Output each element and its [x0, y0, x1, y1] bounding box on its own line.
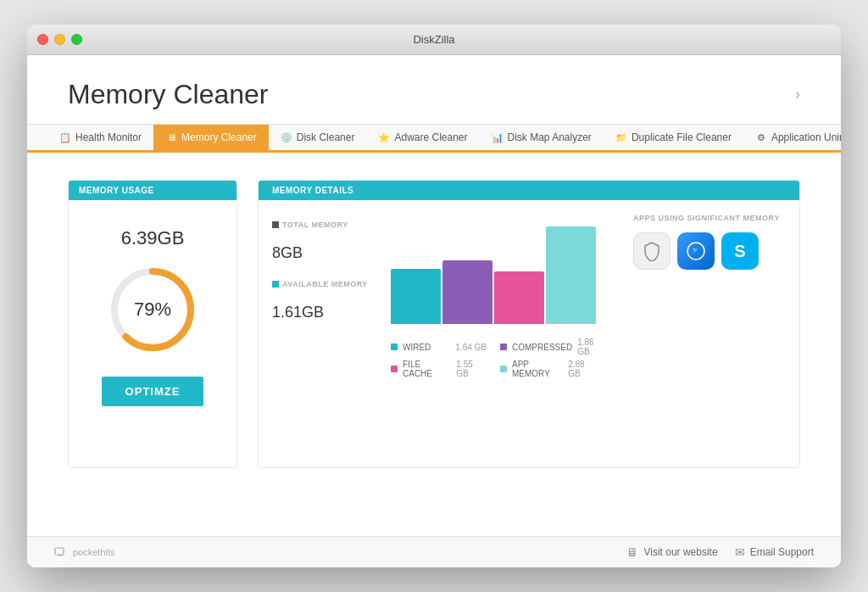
- skype-letter: S: [734, 242, 745, 261]
- legend-appmem: APP MEMORY 2.88 GB: [500, 360, 596, 378]
- available-memory-label: AVAILABLE MEMORY: [272, 280, 374, 288]
- uninstaller-icon: ⚙: [755, 131, 767, 143]
- adware-cleaner-icon: ⭐: [378, 131, 390, 143]
- brand-icon: [54, 546, 66, 558]
- tab-duplicate[interactable]: 📁 Duplicate File Cleaner: [604, 125, 743, 153]
- tab-health-label: Health Monitor: [75, 131, 142, 143]
- app-icon-skype: S: [721, 232, 759, 270]
- total-memory-label: TOTAL MEMORY: [272, 221, 374, 229]
- total-dot: [272, 221, 279, 228]
- tab-adware-cleaner[interactable]: ⭐ Adware Cleaner: [366, 125, 479, 153]
- close-button[interactable]: [37, 34, 48, 45]
- memory-usage-card: MEMORY USAGE 6.39GB 79% OPTIMZE: [68, 180, 237, 468]
- optimize-button[interactable]: OPTIMZE: [102, 377, 204, 406]
- app-window: DiskZilla Memory Cleaner › 📋 Health Moni…: [27, 25, 841, 567]
- app-icon-safari: [677, 232, 715, 270]
- email-support-link[interactable]: ✉ Email Support: [735, 545, 814, 559]
- footer-brand: pockethits: [54, 546, 115, 558]
- tab-memory-cleaner[interactable]: 🖥 Memory Cleaner: [153, 125, 269, 153]
- tab-health-monitor[interactable]: 📋 Health Monitor: [47, 125, 153, 153]
- disk-cleaner-icon: 💿: [281, 131, 292, 143]
- legend: WIRED 1.64 GB COMPRESSED 1.86 GB FILE CA…: [391, 338, 596, 378]
- tabs-bar: 📋 Health Monitor 🖥 Memory Cleaner 💿 Disk…: [27, 124, 841, 153]
- tab-disk-cleaner[interactable]: 💿 Disk Cleaner: [269, 125, 367, 153]
- footer-links: 🖥 Visit our website ✉ Email Support: [626, 545, 814, 559]
- available-memory-value: 1.61GB: [272, 292, 374, 322]
- health-monitor-icon: 📋: [59, 131, 71, 143]
- app-icon-shield: [633, 232, 670, 270]
- brand-name: pockethits: [73, 547, 115, 557]
- compass-svg: [686, 241, 706, 261]
- bar-appmem: [546, 226, 596, 324]
- titlebar: DiskZilla: [27, 25, 841, 55]
- email-label: Email Support: [750, 546, 814, 558]
- page-header: Memory Cleaner ›: [27, 55, 841, 124]
- bar-compressed: [442, 260, 492, 324]
- compressed-dot: [500, 343, 507, 350]
- tab-disk-map[interactable]: 📊 Disk Map Analyzer: [480, 125, 604, 153]
- visit-label: Visit our website: [643, 546, 717, 558]
- visit-website-link[interactable]: 🖥 Visit our website: [626, 545, 717, 559]
- details-body: TOTAL MEMORY 8GB AVAILABLE MEMORY: [259, 200, 799, 467]
- svg-marker-4: [693, 248, 698, 253]
- tab-memory-label: Memory Cleaner: [181, 131, 257, 143]
- donut-chart: 79%: [106, 263, 199, 356]
- footer: pockethits 🖥 Visit our website ✉ Email S…: [27, 536, 841, 567]
- bar-chart: [391, 214, 596, 324]
- tab-duplicate-label: Duplicate File Cleaner: [632, 131, 732, 143]
- cache-dot: [391, 366, 398, 372]
- svg-rect-5: [55, 548, 64, 555]
- main-content: MEMORY USAGE 6.39GB 79% OPTIMZE MEMORY D…: [27, 153, 841, 495]
- tab-uninstaller-label: Application Uninstaller: [771, 131, 841, 143]
- expand-arrow-icon[interactable]: ›: [795, 86, 800, 103]
- disk-map-icon: 📊: [492, 131, 504, 143]
- legend-compressed: COMPRESSED 1.86 GB: [500, 338, 596, 356]
- apps-section: APPS USING SIGNIFICANT MEMORY: [633, 214, 786, 454]
- tab-disk-label: Disk Cleaner: [297, 131, 355, 143]
- duplicate-icon: 📁: [615, 131, 627, 143]
- donut-percent-label: 79%: [134, 299, 171, 321]
- monitor-icon: 🖥: [626, 545, 638, 559]
- memory-usage-value: 6.39GB: [121, 215, 185, 249]
- apps-label: APPS USING SIGNIFICANT MEMORY: [633, 214, 786, 222]
- available-dot: [272, 281, 279, 288]
- shield-svg: [642, 241, 662, 261]
- details-chart-area: WIRED 1.64 GB COMPRESSED 1.86 GB FILE CA…: [391, 214, 596, 454]
- legend-cache: FILE CACHE 1.55 GB: [391, 360, 487, 378]
- bar-wired: [391, 269, 441, 324]
- page-title: Memory Cleaner: [68, 79, 269, 110]
- wired-dot: [391, 343, 398, 350]
- legend-wired: WIRED 1.64 GB: [391, 338, 487, 356]
- spacer: [27, 495, 841, 536]
- maximize-button[interactable]: [71, 34, 82, 45]
- memory-cleaner-icon: 🖥: [165, 131, 177, 143]
- minimize-button[interactable]: [54, 34, 65, 45]
- tab-diskmap-label: Disk Map Analyzer: [508, 131, 592, 143]
- details-totals: TOTAL MEMORY 8GB AVAILABLE MEMORY: [272, 214, 374, 454]
- appmem-dot: [500, 366, 507, 372]
- tab-adware-label: Adware Cleaner: [394, 131, 467, 143]
- memory-details-card: MEMORY DETAILS TOTAL MEMORY 8GB: [258, 180, 800, 468]
- apps-icons: S: [633, 232, 786, 270]
- content-area: Memory Cleaner › 📋 Health Monitor 🖥 Memo…: [27, 55, 841, 567]
- bar-cache: [494, 271, 544, 324]
- memory-usage-header: MEMORY USAGE: [69, 181, 236, 200]
- tab-uninstaller[interactable]: ⚙ Application Uninstaller: [743, 125, 841, 153]
- memory-details-header: MEMORY DETAILS: [259, 181, 799, 200]
- email-icon: ✉: [735, 545, 745, 559]
- window-title: DiskZilla: [413, 33, 454, 46]
- total-memory-value: 8GB: [272, 232, 374, 263]
- window-controls: [37, 34, 82, 45]
